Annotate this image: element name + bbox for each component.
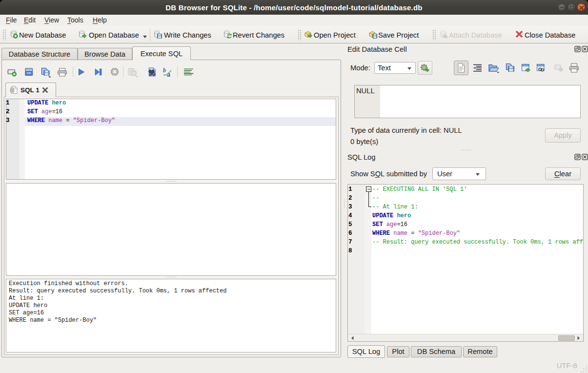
svg-text:b: b <box>163 67 166 74</box>
